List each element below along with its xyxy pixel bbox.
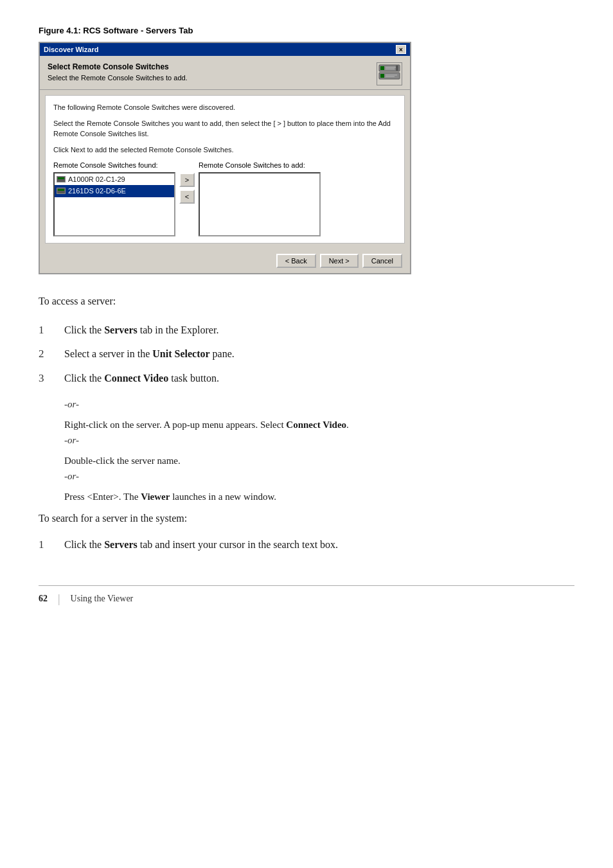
bold-text: Unit Selector — [152, 348, 209, 359]
or-paragraph-3: Press <Enter>. The Viewer launches in a … — [64, 489, 574, 504]
dialog-subtext: Select the Remote Console Switches to ad… — [48, 74, 188, 82]
list-item: 1 Click the Servers tab in the Explorer. — [39, 322, 574, 339]
list-item-text: A1000R 02-C1-29 — [68, 174, 125, 185]
step-number: 3 — [39, 370, 51, 387]
back-button[interactable]: < Back — [276, 254, 316, 268]
or-paragraph-1: Right-click on the server. A pop-up menu… — [64, 417, 574, 432]
bold-text: Servers — [104, 324, 138, 335]
bold-text: Connect Video — [104, 373, 168, 384]
switch-icon — [57, 188, 66, 194]
dialog-close-button[interactable]: × — [396, 45, 406, 54]
search-intro: To search for a server in the system: — [39, 511, 574, 526]
access-steps-list: 1 Click the Servers tab in the Explorer.… — [39, 322, 574, 387]
found-listbox[interactable]: A1000R 02-C1-29 2161DS 02-D6-6E — [53, 172, 175, 236]
switch-icon — [57, 176, 66, 182]
server-icon — [378, 64, 401, 84]
step-text: Click the Connect Video task button. — [64, 371, 574, 386]
dialog-header-text: Select Remote Console Switches Select th… — [48, 62, 188, 82]
bold-text: Servers — [104, 539, 138, 550]
cancel-button[interactable]: Cancel — [362, 254, 402, 268]
list-item: 3 Click the Connect Video task button. — [39, 370, 574, 387]
add-list-section: Remote Console Switches to add: — [199, 160, 321, 236]
discover-wizard-dialog: Discover Wizard × Select Remote Console … — [39, 42, 411, 274]
svg-rect-6 — [386, 75, 397, 76]
figure-caption: Figure 4.1: RCS Software - Servers Tab — [39, 26, 574, 35]
dialog-body-line1: The following Remote Console Switches we… — [53, 102, 396, 113]
found-list-section: Remote Console Switches found: A1000R 02… — [53, 160, 175, 236]
dialog-footer: < Back Next > Cancel — [40, 249, 410, 273]
lists-area: Remote Console Switches found: A1000R 02… — [53, 160, 396, 236]
dialog-heading: Select Remote Console Switches — [48, 62, 188, 71]
dialog-header-icon — [377, 62, 402, 85]
add-listbox[interactable] — [199, 172, 321, 236]
step-text: Click the Servers tab in the Explorer. — [64, 323, 574, 338]
found-label: Remote Console Switches found: — [53, 160, 175, 171]
sub-content-or1: -or- Right-click on the server. A pop-up… — [64, 396, 574, 504]
bold-text: Connect Video — [286, 420, 346, 430]
dialog-header: Select Remote Console Switches Select th… — [40, 56, 410, 90]
dialog-body: The following Remote Console Switches we… — [45, 95, 405, 244]
svg-rect-7 — [386, 76, 395, 78]
move-left-button[interactable]: < — [179, 190, 195, 204]
footer-separator: | — [58, 592, 60, 606]
dialog-body-line2: Select the Remote Console Switches you w… — [53, 118, 396, 139]
dialog-body-line3: Click Next to add the selected Remote Co… — [53, 145, 396, 155]
list-item[interactable]: A1000R 02-C1-29 — [55, 173, 174, 186]
dialog-title: Discover Wizard — [44, 46, 99, 53]
move-right-button[interactable]: > — [179, 173, 195, 187]
or-paragraph-2: Double-click the server name. — [64, 453, 574, 468]
or-text-2: -or- — [64, 432, 574, 448]
svg-rect-5 — [380, 74, 384, 78]
next-button[interactable]: Next > — [320, 254, 359, 268]
or-text-1: -or- — [64, 396, 574, 412]
list-item: 2 Select a server in the Unit Selector p… — [39, 346, 574, 362]
page-number: 62 — [39, 594, 48, 604]
svg-rect-2 — [386, 67, 397, 68]
svg-rect-3 — [386, 69, 395, 70]
list-item-text: 2161DS 02-D6-6E — [68, 186, 126, 197]
add-label: Remote Console Switches to add: — [199, 160, 321, 171]
footer-label: Using the Viewer — [71, 594, 134, 604]
access-intro: To access a server: — [39, 294, 574, 309]
step-text: Select a server in the Unit Selector pan… — [64, 346, 574, 362]
step-number: 2 — [39, 346, 51, 362]
list-item: 1 Click the Servers tab and insert your … — [39, 536, 574, 553]
arrow-buttons: > < — [179, 160, 195, 204]
search-steps-list: 1 Click the Servers tab and insert your … — [39, 536, 574, 553]
svg-rect-8 — [396, 66, 398, 71]
list-item[interactable]: 2161DS 02-D6-6E — [55, 185, 174, 197]
step-number: 1 — [39, 322, 51, 339]
step-number: 1 — [39, 536, 51, 553]
or-text-3: -or- — [64, 468, 574, 484]
bold-text: Viewer — [141, 492, 170, 502]
svg-rect-1 — [380, 66, 384, 70]
dialog-titlebar: Discover Wizard × — [40, 43, 410, 56]
step-text: Click the Servers tab and insert your cu… — [64, 537, 574, 553]
page-footer: 62 | Using the Viewer — [39, 585, 574, 606]
